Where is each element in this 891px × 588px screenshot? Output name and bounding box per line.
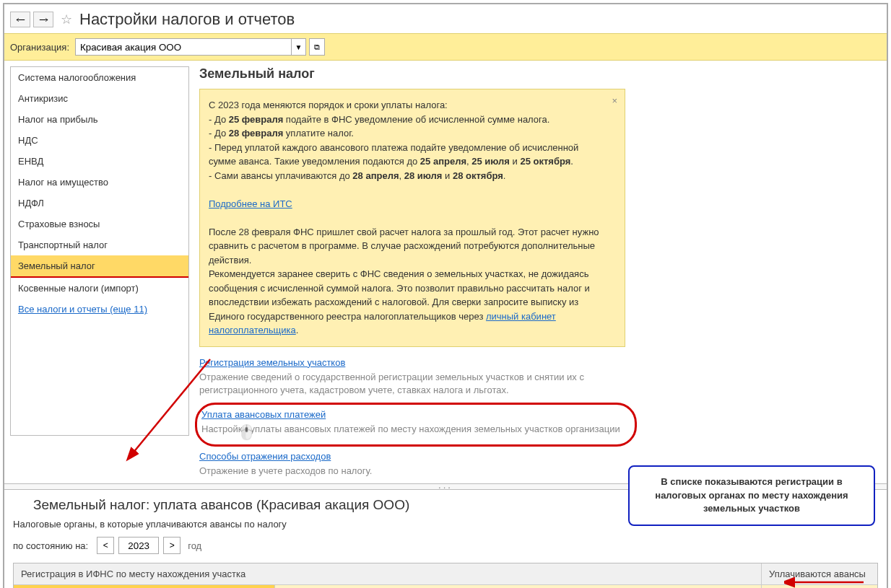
grid-col-left: Регистрация в ИФНС по месту нахождения у… bbox=[14, 563, 762, 584]
content-title: Земельный налог bbox=[199, 66, 875, 82]
sidebar-item-transporttax[interactable]: Транспортный налог bbox=[11, 234, 188, 255]
notice-more-link[interactable]: Подробнее на ИТС bbox=[209, 198, 292, 209]
sidebar-item-ndfl[interactable]: НДФЛ bbox=[11, 193, 188, 214]
year-input[interactable] bbox=[118, 537, 159, 554]
notice-close-icon[interactable]: × bbox=[612, 94, 617, 108]
sidebar-item-landtax[interactable]: Земельный налог bbox=[11, 255, 188, 276]
grid: Регистрация в ИФНС по месту нахождения у… bbox=[13, 563, 878, 588]
org-open-button[interactable]: ⧉ bbox=[309, 38, 325, 56]
sidebar-item-nds[interactable]: НДС bbox=[11, 130, 188, 151]
sidebar: Система налогообложения Антикризис Налог… bbox=[10, 66, 189, 436]
reg-link[interactable]: Регистрация земельных участков bbox=[199, 357, 345, 368]
sidebar-item-profittax[interactable]: Налог на прибыль bbox=[11, 109, 188, 130]
sidebar-more-link: Все налоги и отчеты (еще 11) bbox=[11, 299, 188, 320]
notice-para2: После 28 февраля ФНС пришлет свой расчет… bbox=[209, 227, 599, 266]
sidebar-item-insurance[interactable]: Страховые взносы bbox=[11, 214, 188, 234]
advance-highlight: Уплата авансовых платежей Настройка упла… bbox=[195, 403, 637, 447]
main-area: Система налогообложения Антикризис Налог… bbox=[4, 61, 887, 479]
grid-col-right: Уплачиваются авансы bbox=[762, 563, 877, 584]
sidebar-item-taxsystem[interactable]: Система налогообложения bbox=[11, 67, 188, 88]
reg-block: Регистрация земельных участков Отражение… bbox=[199, 357, 875, 397]
favorite-star-icon[interactable]: ☆ bbox=[61, 12, 72, 27]
org-select-input[interactable] bbox=[75, 38, 292, 56]
year-row: по состоянию на: < > год bbox=[13, 537, 878, 554]
advance-hint: Настройка уплаты авансовых платежей по м… bbox=[201, 423, 620, 436]
grid-row[interactable]: ФНС 9999 КПП 776601001 (Общество с огран… bbox=[14, 584, 877, 588]
sidebar-item-indirecttax[interactable]: Косвенные налоги (импорт) bbox=[11, 278, 188, 299]
sidebar-item-envd[interactable]: ЕНВД bbox=[11, 151, 188, 172]
org-label: Организация: bbox=[10, 42, 69, 53]
org-dropdown-button[interactable]: ▼ bbox=[292, 38, 306, 56]
notice-intro: С 2023 года меняются порядок и сроки упл… bbox=[209, 100, 448, 110]
info-callout: В списке показываются регистрации в нало… bbox=[628, 465, 875, 527]
page-title: Настройки налогов и отчетов bbox=[79, 10, 295, 29]
forward-button[interactable]: 🡒 bbox=[33, 12, 53, 27]
content-pane: Земельный налог × С 2023 года меняются п… bbox=[199, 66, 881, 479]
top-toolbar: 🡐 🡒 ☆ Настройки налогов и отчетов bbox=[4, 4, 887, 33]
expense-hint: Отражение в учете расходов по налогу. bbox=[199, 465, 618, 478]
reg-hint: Отражение сведений о государственной рег… bbox=[199, 371, 618, 397]
organization-bar: Организация: ▼ ⧉ bbox=[4, 33, 887, 61]
sidebar-item-anticrisis[interactable]: Антикризис bbox=[11, 88, 188, 109]
back-button[interactable]: 🡐 bbox=[10, 12, 30, 27]
sidebar-more-link-a[interactable]: Все налоги и отчеты (еще 11) bbox=[18, 304, 147, 315]
grid-cell-reg: ФНС 9999 КПП 776601001 (Общество с огран… bbox=[14, 585, 275, 588]
sidebar-item-propertytax[interactable]: Налог на имущество bbox=[11, 172, 188, 193]
year-next-button[interactable]: > bbox=[163, 537, 181, 554]
year-prev-button[interactable]: < bbox=[97, 537, 114, 554]
grid-cell-inspection: Налоговая инспекция bbox=[275, 585, 762, 588]
expense-link[interactable]: Способы отражения расходов bbox=[199, 451, 331, 462]
year-unit: год bbox=[188, 540, 201, 551]
grid-header: Регистрация в ИФНС по месту нахождения у… bbox=[14, 563, 877, 584]
year-label: по состоянию на: bbox=[13, 540, 88, 551]
advance-link[interactable]: Уплата авансовых платежей bbox=[201, 409, 326, 420]
notice-box: × С 2023 года меняются порядок и сроки у… bbox=[199, 89, 625, 347]
